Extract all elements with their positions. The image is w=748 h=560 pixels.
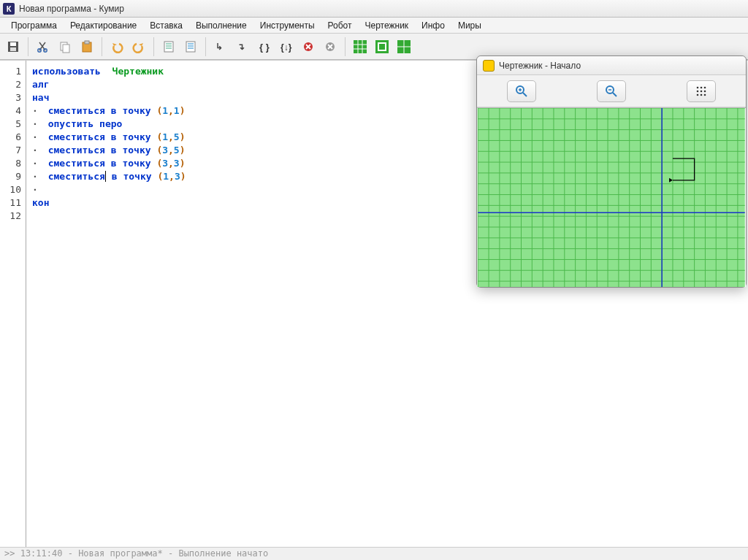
cut-button[interactable] (33, 37, 53, 57)
drawer-toolbar (477, 75, 746, 107)
menu-drafter[interactable]: Чертежник (359, 19, 416, 32)
svg-text:{ }: { } (259, 42, 270, 53)
status-text: >> 13:11:40 - Новая программа* - Выполне… (4, 548, 268, 559)
svg-point-49 (703, 90, 706, 92)
brace-step-button[interactable]: {↓} (276, 37, 297, 57)
svg-point-50 (696, 93, 698, 96)
svg-point-48 (700, 90, 702, 92)
redo-button[interactable] (129, 37, 149, 57)
svg-rect-6 (63, 45, 69, 53)
menu-bar: Программа Редактирование Вставка Выполне… (0, 18, 748, 34)
separator (345, 37, 346, 56)
svg-rect-32 (375, 40, 389, 53)
zoom-in-button[interactable] (507, 80, 536, 102)
zoom-out-button[interactable] (597, 80, 626, 102)
menu-info[interactable]: Инфо (415, 19, 451, 32)
window-titlebar: К Новая программа - Кумир (0, 0, 748, 18)
menu-robot[interactable]: Робот (321, 19, 359, 32)
svg-point-46 (703, 86, 706, 88)
svg-text:{↓}: {↓} (280, 42, 292, 53)
svg-rect-8 (85, 41, 89, 44)
line-gutter: 123456789101112 (0, 61, 26, 547)
menu-run[interactable]: Выполнение (189, 19, 253, 32)
menu-worlds[interactable]: Миры (451, 19, 488, 32)
undo-button[interactable] (107, 37, 127, 57)
svg-point-45 (700, 86, 702, 88)
drawer-icon (483, 60, 495, 72)
svg-rect-2 (10, 47, 16, 51)
separator (102, 37, 102, 56)
svg-text:↳: ↳ (215, 42, 223, 52)
drawer-title-text: Чертежник - Начало (499, 61, 581, 71)
window-title: Новая программа - Кумир (19, 4, 124, 14)
svg-text:↴: ↴ (237, 42, 245, 52)
step-into-button[interactable]: ↳ (210, 37, 231, 57)
cancel-button[interactable] (320, 37, 340, 57)
separator (153, 37, 154, 56)
copy-button[interactable] (55, 37, 75, 57)
svg-rect-13 (186, 42, 195, 52)
menu-insert[interactable]: Вставка (143, 19, 189, 32)
svg-rect-27 (354, 40, 367, 53)
svg-point-51 (700, 93, 702, 96)
grid-button-3[interactable] (394, 37, 414, 57)
separator (205, 37, 206, 56)
stop-button[interactable] (298, 37, 318, 57)
separator (28, 37, 28, 56)
menu-program[interactable]: Программа (4, 19, 64, 32)
paste-button[interactable] (77, 37, 97, 57)
svg-rect-1 (10, 42, 16, 46)
doc1-button[interactable] (159, 37, 179, 57)
svg-line-42 (613, 93, 617, 96)
save-button[interactable] (3, 37, 23, 57)
doc2-button[interactable] (180, 37, 201, 57)
brace-open-button[interactable]: { } (254, 37, 275, 57)
menu-edit[interactable]: Редактирование (64, 19, 143, 32)
drawer-canvas[interactable] (477, 107, 746, 287)
drawer-titlebar[interactable]: Чертежник - Начало (477, 56, 746, 75)
step-over-button[interactable]: ↴ (232, 37, 253, 57)
svg-line-38 (523, 93, 527, 96)
drawer-window[interactable]: Чертежник - Начало (476, 55, 747, 288)
grid-toggle-button[interactable] (687, 80, 716, 102)
grid-button-2[interactable] (372, 37, 392, 57)
app-icon: К (3, 3, 15, 15)
svg-rect-9 (164, 42, 173, 52)
svg-point-47 (696, 90, 698, 92)
svg-point-52 (703, 93, 706, 96)
menu-tools[interactable]: Инструменты (253, 19, 321, 32)
svg-point-44 (696, 86, 698, 88)
status-bar: >> 13:11:40 - Новая программа* - Выполне… (0, 547, 748, 560)
grid-button-1[interactable] (350, 37, 370, 57)
